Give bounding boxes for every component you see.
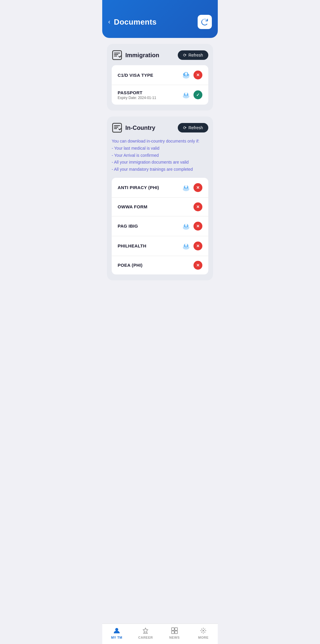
in-country-refresh-button[interactable]: ⟳ Refresh (178, 123, 208, 132)
doc-name: PASSPORT (118, 90, 181, 95)
nav-label-news: NEWS (169, 636, 180, 639)
table-row: POEA (PHI) ✕ (112, 256, 208, 274)
doc-name: PHILHEALTH (118, 243, 181, 248)
immigration-section-icon (112, 50, 122, 60)
svg-rect-24 (175, 628, 177, 630)
nav-item-my-tm[interactable]: MY TM (106, 627, 127, 639)
in-country-section-title: In-Country (125, 124, 155, 131)
svg-point-27 (203, 630, 204, 632)
in-country-section-header: In-Country ⟳ Refresh (112, 122, 208, 133)
doc-actions: ✕ (193, 261, 202, 270)
news-icon (171, 627, 178, 635)
career-icon (142, 627, 149, 635)
status-error-icon: ✕ (193, 242, 202, 250)
in-country-info-text: You can download in-country documents on… (112, 138, 208, 173)
status-error-icon: ✕ (193, 183, 202, 192)
svg-rect-23 (172, 628, 174, 630)
immigration-title-group: Immigration (112, 50, 159, 60)
upload-icon[interactable] (181, 221, 191, 231)
refresh-icon (201, 18, 209, 26)
in-country-section: In-Country ⟳ Refresh You can download in… (107, 116, 213, 280)
nav-item-news[interactable]: NEWS (164, 627, 185, 639)
table-row: PASSPORT Expiry Date: 2024-01-11 ✓ (112, 85, 208, 105)
immigration-refresh-icon: ⟳ (183, 53, 187, 57)
table-row: PHILHEALTH ✕ (112, 236, 208, 256)
nav-label-career: CAREER (138, 636, 153, 639)
bottom-nav: MY TM CAREER NEWS (102, 624, 218, 644)
immigration-section-header: Immigration ⟳ Refresh (112, 50, 208, 60)
header-refresh-button[interactable] (198, 15, 212, 29)
doc-actions: ✕ (181, 70, 202, 80)
table-row: ANTI PIRACY (PHI) ✕ (112, 178, 208, 198)
doc-info: PHILHEALTH (118, 243, 181, 248)
svg-point-22 (115, 628, 118, 631)
svg-rect-4 (185, 74, 186, 76)
doc-actions: ✕ (181, 183, 202, 193)
in-country-doc-list: ANTI PIRACY (PHI) ✕ OWWA FORM (112, 178, 208, 274)
doc-name: C1/D VISA TYPE (118, 73, 181, 78)
status-success-icon: ✓ (193, 90, 202, 99)
svg-rect-0 (113, 51, 121, 60)
back-button[interactable]: ‹ (108, 18, 110, 26)
svg-rect-26 (175, 631, 177, 634)
header: ‹ Documents (102, 0, 218, 38)
more-icon (199, 627, 207, 635)
svg-rect-17 (185, 225, 186, 227)
upload-icon[interactable] (181, 70, 191, 80)
doc-actions: ✕ (181, 221, 202, 231)
immigration-section-title: Immigration (125, 52, 159, 59)
doc-expiry: Expiry Date: 2024-01-11 (118, 96, 181, 100)
doc-actions: ✓ (181, 90, 202, 100)
nav-item-career[interactable]: CAREER (135, 627, 156, 639)
doc-info: POEA (PHI) (118, 263, 193, 268)
doc-info: PASSPORT Expiry Date: 2024-01-11 (118, 90, 181, 100)
header-left: ‹ Documents (108, 17, 157, 27)
upload-icon[interactable] (181, 183, 191, 193)
svg-rect-13 (185, 187, 186, 188)
in-country-title-group: In-Country (112, 122, 155, 133)
table-row: C1/D VISA TYPE ✕ (112, 65, 208, 85)
doc-info: ANTI PIRACY (PHI) (118, 185, 181, 190)
status-error-icon: ✕ (193, 202, 202, 211)
nav-item-more[interactable]: MORE (193, 627, 214, 639)
upload-icon[interactable] (181, 241, 191, 251)
svg-rect-25 (172, 631, 174, 634)
doc-name: OWWA FORM (118, 204, 193, 209)
table-row: OWWA FORM ✕ (112, 198, 208, 216)
doc-name: ANTI PIRACY (PHI) (118, 185, 181, 190)
immigration-doc-list: C1/D VISA TYPE ✕ PASSPO (112, 65, 208, 105)
status-error-icon: ✕ (193, 222, 202, 231)
doc-actions: ✕ (193, 202, 202, 211)
page-title: Documents (114, 17, 156, 27)
nav-label-more: MORE (198, 636, 209, 639)
doc-info: PAG IBIG (118, 223, 181, 228)
nav-label-my-tm: MY TM (111, 636, 122, 639)
table-row: PAG IBIG ✕ (112, 216, 208, 236)
doc-info: OWWA FORM (118, 204, 193, 209)
doc-info: C1/D VISA TYPE (118, 73, 181, 78)
svg-rect-8 (185, 94, 186, 96)
svg-rect-21 (185, 245, 186, 247)
doc-actions: ✕ (181, 241, 202, 251)
svg-rect-9 (113, 123, 121, 132)
my-tm-icon (113, 627, 121, 635)
status-error-icon: ✕ (193, 261, 202, 270)
in-country-refresh-icon: ⟳ (183, 125, 187, 130)
immigration-refresh-button[interactable]: ⟳ Refresh (178, 50, 208, 60)
immigration-section: Immigration ⟳ Refresh C1/D VISA TYPE (107, 44, 213, 111)
upload-icon[interactable] (181, 90, 191, 100)
in-country-refresh-label: Refresh (188, 125, 203, 130)
status-error-icon: ✕ (193, 71, 202, 79)
immigration-refresh-label: Refresh (188, 53, 203, 57)
main-content: Immigration ⟳ Refresh C1/D VISA TYPE (102, 38, 218, 310)
doc-name: POEA (PHI) (118, 263, 193, 268)
doc-name: PAG IBIG (118, 223, 181, 228)
in-country-section-icon (112, 122, 122, 133)
